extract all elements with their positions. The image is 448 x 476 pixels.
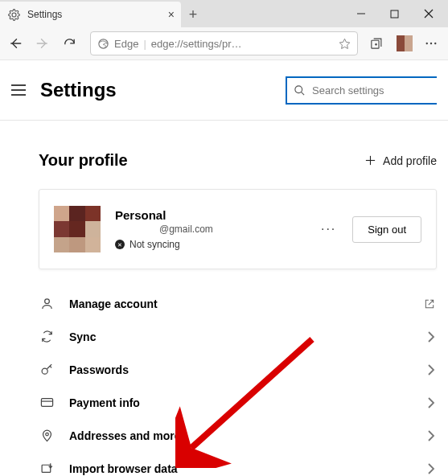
settings-item-passwords[interactable]: Passwords [39, 353, 437, 386]
profile-info: Personal @gmail.com Not syncing [115, 208, 306, 250]
svg-point-8 [426, 43, 428, 44]
search-container [286, 76, 437, 105]
svg-rect-1 [391, 10, 398, 18]
chevron-right-icon [427, 397, 435, 408]
address-url: edge://settings/pr… [151, 38, 334, 50]
address-bar[interactable]: Edge | edge://settings/pr… [90, 31, 358, 55]
sign-out-button[interactable]: Sign out [352, 216, 421, 243]
chevron-right-icon [427, 463, 435, 474]
tab-strip: Settings × + [0, 0, 205, 27]
svg-point-22 [46, 433, 49, 436]
favorite-button[interactable] [339, 38, 351, 50]
star-icon [339, 38, 351, 50]
menu-toggle-button[interactable] [11, 84, 26, 96]
sync-status-label: Not syncing [129, 239, 180, 250]
minimize-button[interactable] [356, 9, 371, 18]
edge-logo-icon [97, 38, 109, 50]
svg-point-14 [295, 85, 302, 92]
profile-email: @gmail.com [159, 224, 306, 235]
new-tab-button[interactable]: + [181, 2, 205, 27]
refresh-icon [63, 37, 76, 51]
minimize-icon [356, 9, 366, 18]
settings-item-label: Import browser data [69, 462, 413, 475]
ellipsis-icon [424, 36, 438, 51]
profile-actions: ··· Sign out [321, 216, 421, 243]
settings-header: Settings [0, 60, 448, 121]
svg-point-19 [42, 368, 47, 374]
forward-button[interactable] [35, 36, 51, 51]
external-link-icon [424, 298, 435, 310]
profile-more-button[interactable]: ··· [321, 222, 336, 236]
import-icon [40, 462, 55, 475]
person-icon [40, 297, 55, 310]
settings-item-label: Manage account [69, 298, 409, 310]
settings-item-addresses[interactable]: Addresses and more [39, 419, 437, 452]
address-separator: | [143, 38, 146, 50]
key-icon [40, 363, 55, 376]
gear-icon [8, 9, 21, 21]
search-input[interactable] [312, 84, 430, 96]
page-title: Settings [40, 79, 271, 101]
search-icon [294, 84, 306, 96]
back-button[interactable] [8, 36, 24, 51]
svg-point-4 [99, 39, 108, 47]
settings-item-payment-info[interactable]: Payment info [39, 386, 437, 419]
maximize-button[interactable] [390, 10, 405, 18]
sync-off-icon [115, 240, 125, 249]
arrow-right-icon [35, 36, 50, 51]
toolbar-avatar[interactable] [397, 35, 413, 51]
profile-avatar [54, 206, 101, 252]
profile-name: Personal [115, 208, 306, 222]
svg-rect-20 [41, 399, 52, 407]
collections-icon [369, 37, 383, 51]
profile-card: Personal @gmail.com Not syncing ··· Sign… [39, 189, 437, 269]
hamburger-icon [11, 84, 26, 96]
settings-item-import-data[interactable]: Import browser data [39, 452, 437, 476]
tab-title: Settings [27, 9, 62, 20]
arrow-left-icon [8, 36, 23, 51]
chevron-right-icon [427, 331, 435, 343]
settings-list: Manage account Sync Passwords [39, 287, 437, 476]
settings-item-label: Addresses and more [69, 429, 413, 442]
settings-item-sync[interactable]: Sync [39, 320, 437, 353]
add-profile-label: Add profile [383, 154, 437, 167]
address-brand: Edge [114, 38, 138, 50]
close-icon [424, 9, 434, 18]
settings-item-label: Sync [69, 330, 413, 343]
svg-point-10 [434, 43, 436, 44]
plus-icon [364, 154, 376, 166]
maximize-icon [390, 10, 399, 18]
refresh-button[interactable] [63, 37, 79, 51]
svg-point-9 [430, 43, 432, 44]
svg-point-18 [45, 299, 50, 304]
add-profile-button[interactable]: Add profile [364, 154, 437, 167]
tab-close-button[interactable]: × [168, 8, 175, 21]
credit-card-icon [40, 396, 55, 409]
close-window-button[interactable] [424, 9, 438, 18]
profile-section-title: Your profile [39, 151, 364, 170]
settings-item-label: Payment info [69, 396, 413, 409]
profile-sync-status: Not syncing [115, 239, 306, 250]
profile-section-header: Your profile Add profile [39, 151, 437, 170]
location-icon [40, 429, 55, 442]
tab-settings[interactable]: Settings × [0, 2, 181, 27]
svg-line-15 [301, 92, 304, 95]
settings-item-label: Passwords [69, 363, 413, 376]
chevron-right-icon [427, 364, 435, 375]
sync-icon [40, 330, 55, 343]
settings-content: Your profile Add profile Personal @gmail… [0, 121, 448, 476]
more-menu-button[interactable] [424, 36, 440, 51]
collections-button[interactable] [369, 37, 385, 51]
chevron-right-icon [427, 430, 435, 441]
browser-toolbar: Edge | edge://settings/pr… [0, 27, 448, 60]
settings-item-manage-account[interactable]: Manage account [39, 287, 437, 320]
